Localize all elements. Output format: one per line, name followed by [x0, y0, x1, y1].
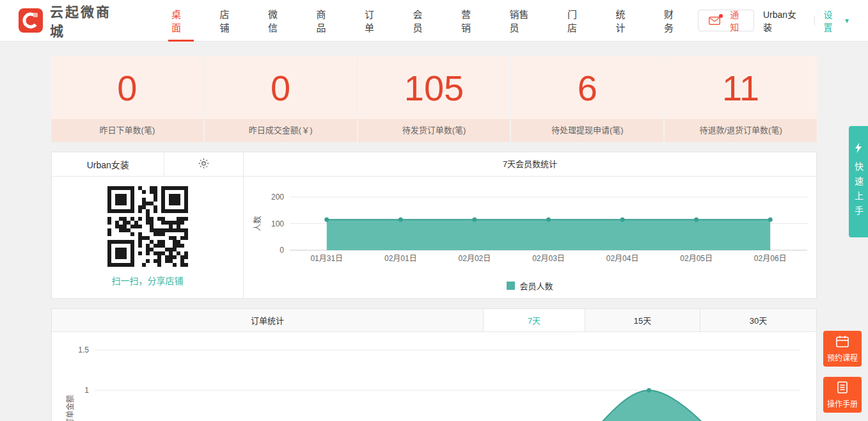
nav-item-5[interactable]: 会员 [398, 0, 447, 42]
book-course-button[interactable]: 预约课程 [823, 331, 862, 367]
nav-item-6[interactable]: 营销 [446, 0, 495, 42]
topbar: 云起微商城 桌面店铺微信商品订单会员营销销售员门店统计财务 通知 Urban女装… [0, 0, 868, 42]
chart-legend: 会员人数 [244, 280, 816, 292]
shop-settings-button[interactable] [164, 152, 243, 176]
stats-row: 0昨日下单数(笔)0昨日成交金额(￥)105待发货订单数(笔)6待处理提现申请(… [51, 56, 817, 142]
order-panel-header: 订单统计 7天15天30天 [52, 309, 816, 332]
svg-text:100: 100 [271, 219, 284, 228]
mail-icon [709, 17, 720, 25]
stat-label: 待发货订单数(笔) [358, 119, 510, 142]
stat-label: 待退款/退货订单数(笔) [665, 119, 817, 142]
svg-text:订单金额: 订单金额 [65, 395, 75, 421]
stat-value: 105 [358, 56, 510, 119]
nav-item-2[interactable]: 微信 [253, 0, 302, 42]
current-shop-name: Urban女装 [763, 8, 805, 33]
notification-button[interactable]: 通知 [698, 10, 754, 31]
svg-text:人数: 人数 [253, 216, 262, 231]
svg-text:02月01日: 02月01日 [384, 254, 417, 263]
order-tab-0[interactable]: 7天 [484, 309, 585, 331]
stat-value: 0 [205, 56, 357, 119]
nav-item-1[interactable]: 店铺 [205, 0, 253, 42]
main-content: 0昨日下单数(笔)0昨日成交金额(￥)105待发货订单数(笔)6待处理提现申请(… [0, 56, 868, 421]
svg-text:0: 0 [280, 246, 284, 255]
nav-item-4[interactable]: 订单 [350, 0, 398, 42]
order-range-tabs: 7天15天30天 [484, 309, 816, 331]
svg-text:1: 1 [84, 386, 89, 395]
order-panel: 订单统计 7天15天30天 00.511.501月31日02月01日02月02日… [51, 308, 817, 421]
notification-dot [719, 14, 723, 18]
order-tab-1[interactable]: 15天 [585, 309, 700, 331]
book-course-label: 预约课程 [827, 352, 858, 363]
stat-label: 昨日成交金额(￥) [205, 119, 357, 142]
nav-item-8[interactable]: 门店 [553, 0, 601, 42]
nav-item-9[interactable]: 统计 [601, 0, 649, 42]
document-icon [837, 381, 848, 395]
svg-text:02月06日: 02月06日 [754, 254, 787, 263]
settings-link[interactable]: 设置 ▼ [823, 8, 850, 33]
stat-card-2[interactable]: 105待发货订单数(笔) [358, 56, 510, 142]
quick-start-label: 快速上手 [852, 162, 865, 221]
brand-name: 云起微商城 [50, 1, 126, 40]
caret-down-icon: ▼ [844, 17, 850, 24]
stat-label: 待处理提现申请(笔) [511, 119, 663, 142]
topbar-right: 通知 Urban女装 设置 ▼ [698, 8, 850, 33]
svg-text:02月04日: 02月04日 [606, 254, 639, 263]
main-nav: 桌面店铺微信商品订单会员营销销售员门店统计财务 [157, 0, 698, 42]
nav-item-7[interactable]: 销售员 [495, 0, 553, 42]
nav-item-10[interactable]: 财务 [649, 0, 698, 42]
notify-label: 通知 [726, 8, 743, 33]
svg-text:02月02日: 02月02日 [459, 254, 491, 263]
quick-start-button[interactable]: 快速上手 [849, 126, 868, 237]
gear-icon [198, 157, 210, 171]
svg-text:02月05日: 02月05日 [680, 254, 713, 263]
member-chart-card: 7天会员数统计 010020001月31日02月01日02月02日02月03日0… [244, 152, 816, 298]
member-chart-title: 7天会员数统计 [244, 152, 816, 177]
shop-name-cell: Urban女装 [52, 152, 164, 176]
member-panel: Urban女装 扫一扫，分享店铺 7天会员数统计 010020001月31日02… [51, 152, 817, 299]
calendar-icon [836, 335, 849, 349]
brand-logo-icon [18, 8, 43, 33]
svg-text:200: 200 [271, 193, 284, 202]
divider [814, 15, 815, 26]
stat-value: 11 [665, 56, 817, 119]
stat-card-0[interactable]: 0昨日下单数(笔) [51, 56, 203, 142]
brand: 云起微商城 [18, 1, 126, 40]
nav-item-0[interactable]: 桌面 [157, 0, 205, 42]
svg-text:01月31日: 01月31日 [310, 254, 343, 263]
settings-label: 设置 [823, 8, 841, 33]
order-tab-2[interactable]: 30天 [700, 309, 816, 331]
member-count-chart: 010020001月31日02月01日02月02日02月03日02月04日02月… [244, 179, 817, 275]
svg-text:02月03日: 02月03日 [532, 254, 565, 263]
nav-item-3[interactable]: 商品 [301, 0, 350, 42]
bolt-icon [855, 143, 862, 155]
qr-code [52, 186, 243, 267]
legend-label: 会员人数 [519, 280, 553, 292]
stat-card-4[interactable]: 11待退款/退货订单数(笔) [665, 56, 817, 142]
stat-value: 0 [51, 56, 203, 119]
manual-button[interactable]: 操作手册 [823, 377, 862, 413]
legend-swatch [507, 282, 515, 290]
stat-card-3[interactable]: 6待处理提现申请(笔) [511, 56, 663, 142]
order-stats-chart: 00.511.501月31日02月01日02月02日02月03日02月04日02… [52, 332, 817, 421]
stat-value: 6 [511, 56, 663, 119]
order-panel-title: 订单统计 [52, 309, 484, 331]
stat-label: 昨日下单数(笔) [51, 119, 203, 142]
share-shop-text: 扫一扫，分享店铺 [52, 274, 243, 287]
manual-label: 操作手册 [827, 398, 858, 409]
svg-text:1.5: 1.5 [78, 346, 89, 354]
shop-share-card: Urban女装 扫一扫，分享店铺 [52, 152, 244, 298]
stat-card-1[interactable]: 0昨日成交金额(￥) [205, 56, 357, 142]
